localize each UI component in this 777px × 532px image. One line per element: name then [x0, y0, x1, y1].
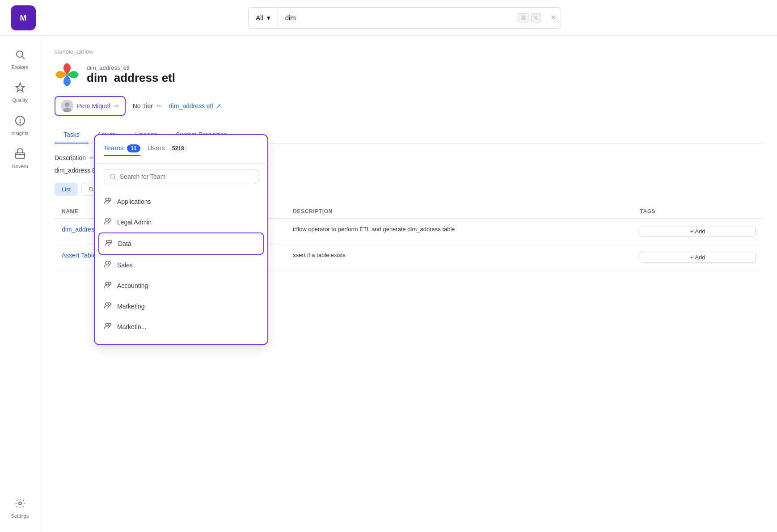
svg-point-17	[108, 198, 111, 201]
sidebar-item-settings-label: Settings	[11, 513, 29, 519]
svg-point-20	[106, 240, 109, 243]
team-item-accounting[interactable]: Accounting	[95, 275, 267, 296]
team-search-box	[104, 169, 258, 184]
team-icon	[104, 301, 112, 311]
main-layout: Explore Quality Insights	[0, 36, 777, 532]
dropdown-tab-teams[interactable]: Teams 11	[104, 144, 140, 156]
team-label-data: Data	[118, 240, 131, 247]
search-filter-dropdown[interactable]: All ▾	[249, 8, 278, 28]
svg-point-23	[108, 262, 111, 264]
page-title: dim_address etl	[87, 71, 175, 85]
svg-point-12	[65, 102, 69, 107]
owner-badge[interactable]: Pere Miquel ✏	[55, 96, 126, 116]
sidebar-item-govern[interactable]: Govern	[3, 144, 38, 173]
svg-point-16	[106, 198, 108, 201]
team-icon	[104, 322, 112, 332]
description-label: Description	[55, 154, 86, 161]
kbd-k: K	[531, 13, 541, 22]
svg-point-14	[110, 174, 114, 178]
team-icon	[104, 197, 112, 207]
explore-icon	[15, 49, 25, 63]
col-description: DESCRIPTION	[293, 208, 640, 215]
search-clear-button[interactable]: ×	[546, 11, 561, 25]
owner-edit-icon[interactable]: ✏	[114, 102, 119, 110]
dropdown-tab-teams-label: Teams	[104, 144, 123, 152]
tab-tasks-label: Tasks	[63, 131, 80, 138]
breadcrumb: sample_airflow	[55, 48, 763, 55]
users-count-badge: 5218	[169, 144, 188, 152]
owner-name: Pere Miquel	[77, 102, 110, 110]
team-icon	[104, 217, 112, 227]
page-header: dim_address_etl dim_address etl	[55, 62, 763, 87]
close-icon: ×	[551, 13, 556, 22]
team-label-marketing2: Marketin...	[117, 323, 146, 330]
settings-icon	[15, 498, 25, 511]
list-view-button[interactable]: List	[55, 183, 78, 196]
svg-text:M: M	[20, 13, 27, 22]
tier-badge[interactable]: No Tier ✏	[133, 102, 162, 110]
sidebar-item-insights[interactable]: Insights	[3, 111, 38, 140]
topbar: M All ▾ ⌘ K ×	[0, 0, 777, 36]
team-item-marketing2[interactable]: Marketin...	[95, 317, 267, 337]
row1-add-tag-button[interactable]: + Add	[640, 226, 756, 237]
team-item-marketing[interactable]: Marketing	[95, 296, 267, 317]
dropdown-tabs: Teams 11 Users 5218	[95, 144, 267, 164]
sidebar-item-govern-label: Govern	[12, 164, 28, 169]
svg-point-19	[108, 219, 111, 221]
avatar	[61, 100, 73, 112]
tier-label: No Tier	[133, 102, 153, 110]
team-list: Applications Legal Admin	[95, 190, 267, 339]
team-item-applications[interactable]: Applications	[95, 191, 267, 212]
search-filter-label: All	[256, 14, 263, 21]
team-selector-dropdown: Teams 11 Users 5218	[94, 134, 268, 345]
external-link-badge[interactable]: dim_address etl ↗	[169, 102, 221, 110]
app-logo: M	[11, 5, 36, 30]
team-search-input[interactable]	[120, 173, 253, 180]
row2-description: ssert if a table exists	[293, 252, 640, 258]
keyboard-shortcut: ⌘ K	[512, 13, 546, 22]
sidebar-item-quality-label: Quality	[12, 97, 27, 103]
external-link-icon: ↗	[216, 102, 221, 110]
row1-description: irflow operator to perform ETL and gener…	[293, 226, 640, 232]
svg-point-7	[20, 122, 21, 123]
search-icon	[110, 173, 116, 180]
sidebar-item-insights-label: Insights	[12, 131, 29, 136]
insights-icon	[15, 115, 25, 129]
sidebar-item-explore[interactable]: Explore	[3, 45, 38, 74]
tab-tasks[interactable]: Tasks	[55, 127, 89, 144]
team-icon	[104, 260, 112, 270]
dropdown-tab-users-label: Users	[148, 144, 165, 152]
team-item-legal-admin[interactable]: Legal Admin	[95, 212, 267, 232]
link-text: dim_address etl	[169, 102, 213, 110]
sidebar-item-settings[interactable]: Settings	[3, 494, 38, 523]
page-icon	[55, 62, 80, 87]
row2-add-tag-button[interactable]: + Add	[640, 252, 756, 263]
team-label-legal-admin: Legal Admin	[117, 219, 152, 226]
svg-point-26	[106, 303, 108, 305]
tier-edit-icon[interactable]: ✏	[156, 102, 162, 110]
team-icon	[105, 239, 113, 249]
page-subtitle: dim_address_etl	[87, 64, 175, 71]
svg-point-10	[19, 502, 21, 505]
svg-point-21	[109, 240, 112, 243]
sidebar: Explore Quality Insights	[0, 36, 40, 532]
page-title-group: dim_address_etl dim_address etl	[87, 64, 175, 85]
search-input[interactable]	[278, 14, 512, 21]
chevron-down-icon: ▾	[267, 14, 270, 22]
team-label-applications: Applications	[117, 198, 151, 205]
team-item-data[interactable]: Data	[98, 232, 264, 255]
team-item-sales[interactable]: Sales	[95, 255, 267, 275]
svg-marker-4	[16, 83, 25, 92]
global-search-bar: All ▾ ⌘ K ×	[248, 7, 561, 29]
sidebar-item-quality[interactable]: Quality	[3, 78, 38, 107]
svg-line-15	[114, 178, 116, 180]
svg-point-18	[106, 219, 108, 221]
team-label-sales: Sales	[117, 262, 133, 269]
svg-line-3	[22, 57, 25, 59]
svg-point-27	[108, 303, 111, 305]
owner-row: Pere Miquel ✏ No Tier ✏ dim_address etl …	[55, 96, 763, 116]
col-tags: TAGS	[640, 208, 756, 215]
svg-point-24	[106, 282, 108, 285]
svg-rect-8	[16, 153, 25, 158]
dropdown-tab-users[interactable]: Users 5218	[148, 144, 188, 156]
